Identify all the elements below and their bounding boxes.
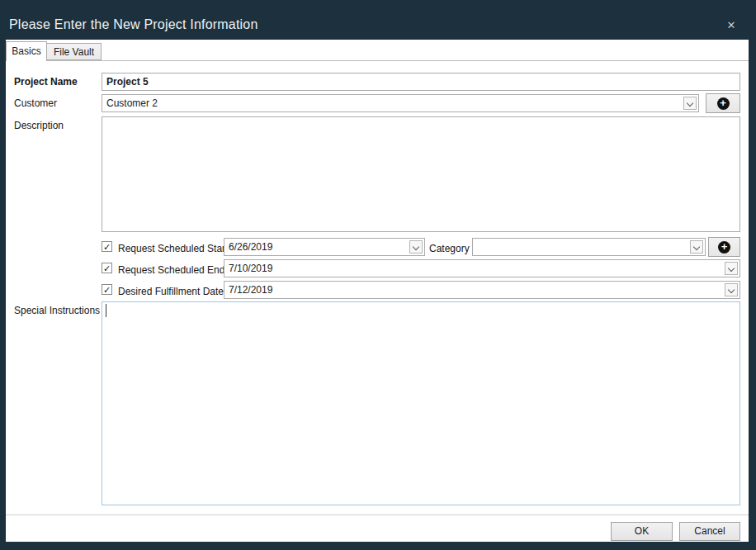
check-icon: ✓ bbox=[103, 263, 111, 273]
fulfillment-date-checkbox[interactable]: ✓ bbox=[102, 284, 112, 295]
category-dropdown-button[interactable] bbox=[690, 240, 703, 254]
add-customer-button[interactable]: + bbox=[706, 93, 740, 113]
description-textarea[interactable] bbox=[102, 116, 740, 232]
ok-button[interactable]: OK bbox=[611, 522, 673, 541]
customer-value: Customer 2 bbox=[106, 97, 680, 109]
fulfillment-date-label: Desired Fulfillment Date bbox=[118, 286, 224, 297]
add-category-button[interactable]: + bbox=[708, 237, 740, 257]
chevron-down-icon bbox=[728, 287, 735, 293]
chevron-down-icon bbox=[693, 244, 700, 250]
check-icon: ✓ bbox=[103, 242, 111, 252]
scheduled-end-label: Request Scheduled End bbox=[118, 264, 224, 276]
dialog-title: Please Enter the New Project Information bbox=[9, 17, 258, 32]
plus-icon: + bbox=[718, 241, 730, 254]
tab-strip-divider bbox=[6, 60, 749, 61]
chevron-down-icon bbox=[728, 265, 735, 272]
tab-basics[interactable]: Basics bbox=[6, 41, 47, 61]
fulfillment-date-combobox[interactable]: 7/12/2019 bbox=[224, 281, 740, 299]
scheduled-start-value: 6/26/2019 bbox=[229, 241, 406, 253]
title-bar: Please Enter the New Project Information… bbox=[0, 0, 756, 40]
plus-icon: + bbox=[717, 97, 730, 110]
category-combobox[interactable] bbox=[472, 238, 706, 256]
scheduled-start-combobox[interactable]: 6/26/2019 bbox=[224, 238, 425, 256]
scheduled-start-checkbox[interactable]: ✓ bbox=[102, 241, 112, 252]
scheduled-start-label: Request Scheduled Start bbox=[118, 243, 228, 254]
button-bar-divider bbox=[6, 514, 749, 515]
special-instructions-textarea[interactable] bbox=[102, 301, 740, 505]
description-label: Description bbox=[14, 120, 64, 131]
scheduled-end-checkbox[interactable]: ✓ bbox=[102, 263, 112, 273]
fulfillment-date-dropdown-button[interactable] bbox=[725, 283, 738, 296]
text-caret bbox=[106, 304, 106, 317]
scheduled-end-dropdown-button[interactable] bbox=[725, 262, 738, 275]
dialog-content: Basics File Vault Project Name Customer … bbox=[6, 40, 749, 542]
project-name-input[interactable] bbox=[102, 73, 740, 91]
chevron-down-icon bbox=[687, 100, 693, 107]
new-project-dialog: Please Enter the New Project Information… bbox=[0, 0, 756, 550]
tab-file-vault[interactable]: File Vault bbox=[47, 43, 102, 60]
check-icon: ✓ bbox=[103, 285, 111, 295]
chevron-down-icon bbox=[413, 244, 419, 250]
customer-label: Customer bbox=[14, 97, 57, 109]
customer-dropdown-button[interactable] bbox=[683, 97, 697, 110]
scheduled-end-combobox[interactable]: 7/10/2019 bbox=[224, 259, 740, 277]
category-label: Category bbox=[429, 243, 470, 254]
project-name-label: Project Name bbox=[14, 76, 78, 88]
close-icon[interactable]: ✕ bbox=[725, 19, 738, 32]
fulfillment-date-value: 7/12/2019 bbox=[229, 284, 721, 296]
cancel-button[interactable]: Cancel bbox=[679, 522, 740, 541]
customer-combobox[interactable]: Customer 2 bbox=[102, 94, 699, 112]
special-instructions-label: Special Instructions bbox=[14, 305, 100, 316]
scheduled-start-dropdown-button[interactable] bbox=[409, 240, 423, 254]
scheduled-end-value: 7/10/2019 bbox=[229, 263, 721, 274]
